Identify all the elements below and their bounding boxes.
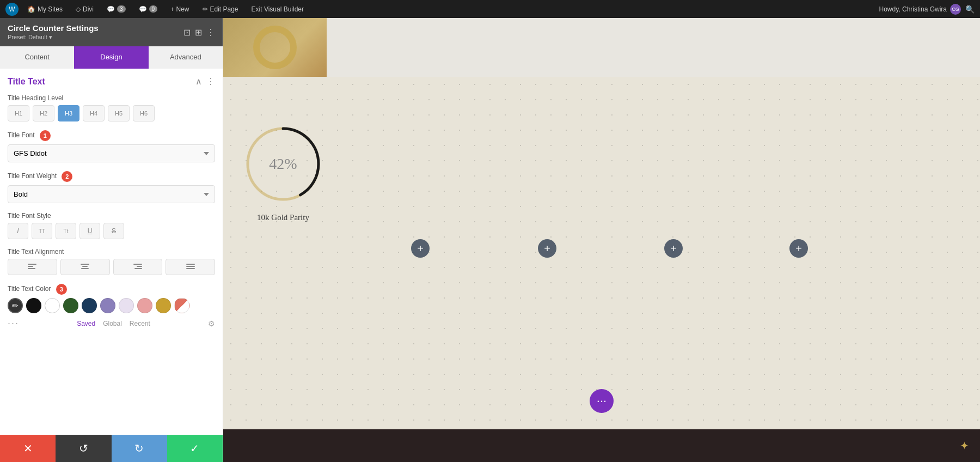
pencil-color-swatch[interactable]: ✏ — [8, 298, 23, 313]
color-settings-icon[interactable]: ⚙ — [208, 319, 215, 328]
collapse-icon[interactable]: ∧ — [195, 76, 202, 87]
title-text-color-label: Title Text Color 3 — [8, 284, 215, 295]
style-buttons: I TT Tt U S — [8, 223, 215, 239]
edit-page-btn[interactable]: ✏ Edit Page — [198, 5, 243, 13]
align-right-btn[interactable] — [113, 259, 163, 275]
underline-btn[interactable]: U — [79, 223, 100, 239]
canvas-top-right — [327, 18, 980, 77]
main-layout: Circle Counter Settings Preset: Default … — [0, 18, 980, 462]
comments-zero-menu[interactable]: 💬 0 — [134, 5, 162, 13]
section-title: Title Text — [8, 77, 45, 87]
undo-button[interactable]: ↺ — [56, 435, 111, 462]
divi-options-button[interactable]: ··· — [590, 389, 614, 413]
svg-rect-7 — [137, 266, 142, 267]
confirm-button[interactable]: ✓ — [167, 435, 223, 462]
uppercase-btn[interactable]: TT — [32, 223, 52, 239]
title-font-weight-select[interactable]: Bold Default Thin Light Regular Extra Bo… — [8, 185, 215, 203]
italic-btn[interactable]: I — [8, 223, 28, 239]
svg-rect-2 — [28, 268, 35, 269]
svg-rect-5 — [81, 268, 89, 269]
capitalize-btn[interactable]: Tt — [56, 223, 76, 239]
align-buttons — [8, 259, 215, 275]
comments-menu[interactable]: 💬 3 — [102, 5, 130, 13]
avatar: CG — [950, 4, 961, 15]
add-btn-3[interactable]: + — [664, 239, 683, 258]
svg-rect-6 — [133, 264, 142, 265]
lavender-swatch[interactable] — [119, 298, 134, 313]
h2-btn[interactable]: H2 — [33, 105, 54, 121]
h1-btn[interactable]: H1 — [8, 105, 29, 121]
white-swatch[interactable] — [45, 298, 60, 313]
user-menu[interactable]: Howdy, Christina Gwira CG — [879, 4, 961, 15]
svg-rect-3 — [81, 264, 89, 265]
comments-icon: 💬 — [107, 5, 115, 13]
panel-header-left: Circle Counter Settings Preset: Default … — [8, 23, 99, 41]
navy-swatch[interactable] — [82, 298, 97, 313]
my-sites-icon: 🏠 — [27, 5, 35, 13]
canvas-top — [223, 18, 980, 77]
divi-icon: ◇ — [76, 5, 81, 13]
new-menu[interactable]: + New — [166, 5, 193, 13]
wordpress-icon[interactable]: W — [5, 3, 19, 16]
redo-button[interactable]: ↻ — [112, 435, 167, 462]
exit-visual-builder-btn[interactable]: Exit Visual Builder — [247, 5, 309, 13]
percent-text: 42% — [269, 155, 297, 173]
circle-counter-widget: 42% 10k Gold Parity — [240, 120, 327, 222]
settings-panel: Circle Counter Settings Preset: Default … — [0, 18, 223, 462]
recent-link[interactable]: Recent — [130, 320, 150, 327]
screen-icon[interactable]: ⊡ — [183, 27, 191, 38]
h4-btn[interactable]: H4 — [83, 105, 105, 121]
strikethrough-btn[interactable]: S — [103, 223, 124, 239]
comment-zero-icon: 💬 — [139, 5, 147, 13]
svg-rect-1 — [28, 266, 33, 267]
title-font-select[interactable]: GFS Didot Default Open Sans Roboto Lato — [8, 144, 215, 162]
panel-footer: ✕ ↺ ↻ ✓ — [0, 435, 223, 462]
my-sites-menu[interactable]: 🏠 My Sites — [23, 5, 67, 13]
panel-preset[interactable]: Preset: Default ▾ — [8, 34, 99, 41]
align-center-btn[interactable] — [60, 259, 110, 275]
tab-content[interactable]: Content — [0, 46, 74, 69]
h6-btn[interactable]: H6 — [133, 105, 155, 121]
green-swatch[interactable] — [63, 298, 78, 313]
section-header: Title Text ∧ ⋮ — [8, 76, 215, 87]
panel-title: Circle Counter Settings — [8, 23, 99, 33]
color-swatches: ✏ — [8, 298, 215, 313]
add-btn-1[interactable]: + — [411, 239, 430, 258]
color-bottom-row: ··· Saved Global Recent ⚙ — [8, 318, 215, 329]
title-font-weight-group: Title Font Weight 2 Bold Default Thin Li… — [8, 171, 215, 203]
heading-buttons: H1 H2 H3 H4 H5 H6 — [8, 105, 215, 121]
h3-btn[interactable]: H3 — [58, 105, 79, 121]
saved-link[interactable]: Saved — [77, 320, 95, 327]
title-heading-label: Title Heading Level — [8, 94, 215, 102]
search-icon[interactable]: 🔍 — [965, 5, 975, 14]
tab-design[interactable]: Design — [74, 46, 148, 69]
align-justify-btn[interactable] — [166, 259, 215, 275]
h5-btn[interactable]: H5 — [108, 105, 130, 121]
diagonal-swatch[interactable] — [174, 298, 189, 313]
title-font-group: Title Font 1 GFS Didot Default Open Sans… — [8, 130, 215, 162]
global-link[interactable]: Global — [103, 320, 122, 327]
align-left-btn[interactable] — [8, 259, 57, 275]
svg-rect-8 — [134, 268, 142, 269]
tab-advanced[interactable]: Advanced — [149, 46, 223, 69]
layout-icon[interactable]: ⊞ — [195, 27, 202, 38]
canvas-top-image — [223, 18, 327, 77]
canvas: 42% 10k Gold Parity + + + + ··· ✦ — [223, 18, 980, 462]
pink-swatch[interactable] — [137, 298, 152, 313]
more-dots[interactable]: ··· — [8, 318, 19, 329]
black-swatch[interactable] — [26, 298, 41, 313]
cancel-button[interactable]: ✕ — [0, 435, 56, 462]
divi-menu[interactable]: ◇ Divi — [71, 5, 98, 13]
purple-swatch[interactable] — [100, 298, 115, 313]
color-badge: 3 — [56, 284, 67, 295]
add-btn-4[interactable]: + — [789, 239, 808, 258]
gold-swatch[interactable] — [156, 298, 171, 313]
wp-admin-bar: W 🏠 My Sites ◇ Divi 💬 3 💬 0 + New ✏ Edit… — [0, 0, 980, 18]
add-btn-2[interactable]: + — [538, 239, 556, 258]
svg-rect-4 — [82, 266, 88, 267]
more-options-icon[interactable]: ⋮ — [206, 27, 215, 38]
svg-rect-0 — [28, 264, 36, 265]
circle-label: 10k Gold Parity — [257, 213, 309, 222]
title-font-style-label: Title Font Style — [8, 212, 215, 220]
section-more-icon[interactable]: ⋮ — [206, 76, 215, 87]
